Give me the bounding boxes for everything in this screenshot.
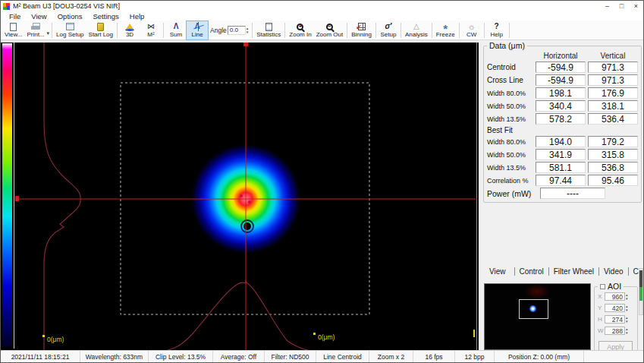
bf-width80-v-value: 179.2 xyxy=(588,136,638,147)
help-button[interactable]: ? Help xyxy=(486,21,507,39)
status-datetime: 2021/11/11 18:15:21 xyxy=(1,351,80,362)
status-filter: Filter: ND500 xyxy=(265,351,316,362)
bf-width50-h-value: 341.9 xyxy=(536,149,586,160)
analysis-button[interactable]: △ Analysis xyxy=(403,21,430,39)
menu-help[interactable]: Help xyxy=(124,12,150,21)
table-row-power: Power (mW) ---- xyxy=(487,187,638,200)
print-button[interactable]: Print... xyxy=(24,21,46,39)
statistics-icon xyxy=(265,23,272,31)
angle-input[interactable]: 0.0 xyxy=(228,26,246,35)
window-controls: – □ × xyxy=(600,1,643,11)
start-log-button[interactable]: Start Log xyxy=(86,21,115,39)
best-fit-section-label: Best Fit xyxy=(487,125,638,135)
beam-display[interactable]: 0(μm) 0(μm) xyxy=(15,43,477,350)
line-profile-icon: Λ xyxy=(195,23,200,30)
correlation-v-value: 95.46 xyxy=(588,175,638,186)
horizontal-axis-zero-label: 0(μm) xyxy=(318,333,335,341)
tab-video[interactable]: Video xyxy=(598,267,627,276)
m2-button[interactable]: ⋈ M² xyxy=(140,21,162,39)
aoi-h-row: H 274 xyxy=(598,314,634,325)
aoi-h-spinner[interactable] xyxy=(626,316,628,324)
maximize-button[interactable]: □ xyxy=(614,1,629,11)
aoi-w-input[interactable]: 288 xyxy=(605,327,625,335)
menu-settings[interactable]: Settings xyxy=(87,12,124,21)
menu-options[interactable]: Options xyxy=(52,12,88,21)
status-average: Average: Off xyxy=(213,351,265,362)
status-filler xyxy=(584,351,643,362)
colorbar-divider xyxy=(14,43,14,349)
statistics-button[interactable]: Statistics xyxy=(254,21,283,39)
toolbar-separator xyxy=(401,23,401,38)
width80-h-value: 198.1 xyxy=(536,87,586,99)
centroid-v-value: 971.3 xyxy=(588,62,638,73)
app-window: M² Beam U3 [DOU3-0254 VIS NIR] – □ × Fil… xyxy=(0,0,644,363)
question-icon: ? xyxy=(495,23,499,30)
aoi-w-spinner[interactable] xyxy=(626,327,628,335)
sum-button[interactable]: Λ Sum xyxy=(165,21,187,39)
width135-h-value: 578.2 xyxy=(536,113,586,125)
preview-beam-dot xyxy=(529,305,536,312)
aoi-y-spinner[interactable] xyxy=(626,305,628,312)
form-icon xyxy=(66,23,74,30)
toolbar-separator xyxy=(252,23,253,38)
toolbar-separator xyxy=(509,23,510,38)
line-button[interactable]: Λ Line xyxy=(187,21,208,39)
crossline-h-value: -594.9 xyxy=(536,74,586,86)
magnifier-minus-icon: − xyxy=(326,24,333,30)
aoi-x-spinner[interactable] xyxy=(626,293,628,301)
tab-filter-wheel[interactable]: Filter Wheel xyxy=(548,267,598,276)
axis-tick xyxy=(313,333,316,335)
toolbar: View... Print... ▾ Log Setup Start Log 3… xyxy=(1,21,643,40)
print-dropdown-icon[interactable]: ▾ xyxy=(47,30,50,36)
panel-tabs: View Control Filter Wheel Video Calculat… xyxy=(485,265,644,278)
binning-button[interactable]: Binning xyxy=(349,21,374,39)
aoi-y-input[interactable]: 420 xyxy=(605,304,625,312)
window-title: M² Beam U3 [DOU3-0254 VIS NIR] xyxy=(13,2,600,10)
aoi-checkbox[interactable] xyxy=(600,284,605,289)
intensity-colorbar xyxy=(2,43,12,347)
analysis-icon: △ xyxy=(413,23,419,30)
freeze-button[interactable]: * Freeze xyxy=(434,21,457,39)
angle-label: Angle xyxy=(210,27,227,34)
snowflake-icon: * xyxy=(443,27,448,31)
minimize-button[interactable]: – xyxy=(600,1,614,11)
preview-glow xyxy=(524,284,550,299)
status-fps: 16 fps xyxy=(413,351,455,362)
toolbar-separator xyxy=(347,23,347,38)
view-button[interactable]: View... xyxy=(2,21,24,39)
table-row-cross-line: Cross Line -594.9 971.3 xyxy=(487,74,638,87)
slider-thumb[interactable] xyxy=(639,270,642,301)
status-wavelength: Wavelength: 633nm xyxy=(80,351,149,362)
zoom-in-button[interactable]: + Zoom In xyxy=(287,21,313,39)
side-panel: Data (μm) Horizontal Vertical Centroid -… xyxy=(479,40,644,352)
menu-bar: File View Options Settings Help xyxy=(1,11,643,21)
document-icon xyxy=(10,23,17,31)
data-panel: Data (μm) Horizontal Vertical Centroid -… xyxy=(483,41,642,203)
log-setup-button[interactable]: Log Setup xyxy=(54,21,86,39)
aoi-x-row: X 960 xyxy=(598,291,634,302)
cw-button[interactable]: ☼ CW xyxy=(461,21,482,39)
angle-spinner[interactable] xyxy=(247,27,249,34)
aoi-x-input[interactable]: 960 xyxy=(605,292,625,301)
3d-button[interactable]: 3D xyxy=(119,21,140,39)
tab-control[interactable]: Control xyxy=(514,267,548,276)
data-panel-title: Data (μm) xyxy=(487,41,527,50)
bowtie-icon: ⋈ xyxy=(147,23,155,30)
table-row-bestfit-width80: Width 80.0% 194.0 179.2 xyxy=(487,135,638,148)
zoom-out-button[interactable]: − Zoom Out xyxy=(314,21,346,39)
close-button[interactable]: × xyxy=(629,1,643,11)
crossline-v-value: 971.3 xyxy=(588,74,638,86)
sigma-icon: σ′ xyxy=(385,23,391,30)
tab-view[interactable]: View xyxy=(485,267,510,276)
display-scale-slider[interactable] xyxy=(639,268,643,315)
setup-button[interactable]: σ′ Setup xyxy=(378,21,399,39)
peak-icon: Λ xyxy=(174,23,179,30)
toolbar-separator xyxy=(52,23,52,38)
cone-icon xyxy=(125,24,134,30)
data-column-headers: Horizontal Vertical xyxy=(487,50,638,61)
camera-preview[interactable] xyxy=(484,283,591,350)
width50-h-value: 340.4 xyxy=(536,100,586,112)
menu-file[interactable]: File xyxy=(4,12,26,21)
menu-view[interactable]: View xyxy=(26,12,52,21)
aoi-h-input[interactable]: 274 xyxy=(605,315,625,324)
